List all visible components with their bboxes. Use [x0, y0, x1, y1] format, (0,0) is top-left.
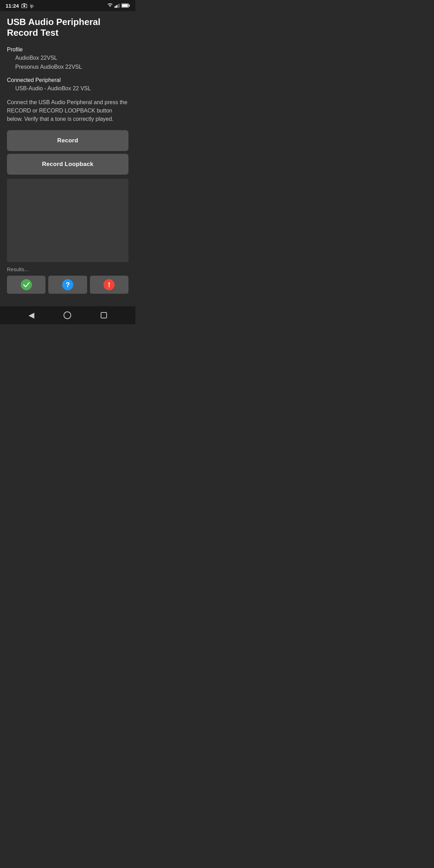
- svg-rect-6: [119, 3, 120, 8]
- svg-rect-8: [122, 4, 128, 7]
- svg-rect-2: [24, 3, 25, 4]
- output-area: [7, 179, 128, 262]
- unknown-button[interactable]: ?: [48, 276, 87, 294]
- fail-symbol: !: [108, 281, 110, 289]
- pass-icon: [21, 279, 32, 290]
- signal-icon: [115, 3, 120, 8]
- svg-point-10: [64, 312, 71, 319]
- status-time: 11:24: [6, 3, 19, 9]
- connected-section: Connected Peripheral USB-Audio - AudioBo…: [7, 77, 128, 93]
- battery-icon: [122, 3, 130, 8]
- fail-button[interactable]: !: [90, 276, 128, 294]
- svg-rect-9: [129, 5, 130, 6]
- ip-label: ip: [30, 3, 33, 8]
- svg-rect-4: [116, 5, 117, 8]
- pass-button[interactable]: [7, 276, 45, 294]
- back-icon: ◀: [28, 311, 34, 320]
- result-buttons: ? !: [7, 276, 128, 294]
- svg-rect-11: [101, 312, 107, 318]
- status-right: [107, 3, 130, 8]
- profile-value-2: Presonus AudioBox 22VSL: [7, 62, 128, 72]
- status-bar: 11:24 ip: [0, 0, 135, 11]
- profile-label: Profile: [7, 47, 128, 53]
- back-button[interactable]: ◀: [28, 311, 34, 320]
- home-icon: [63, 311, 72, 319]
- profile-section: Profile AudioBox 22VSL Presonus AudioBox…: [7, 47, 128, 71]
- profile-value-1: AudioBox 22VSL: [7, 53, 128, 62]
- svg-rect-3: [115, 6, 116, 8]
- recents-icon: [100, 312, 107, 319]
- photo-icon: [22, 3, 27, 8]
- connected-value: USB-Audio - AudioBox 22 VSL: [7, 84, 128, 93]
- unknown-symbol: ?: [66, 281, 70, 289]
- unknown-icon: ?: [62, 279, 73, 290]
- wifi-icon: [107, 3, 113, 8]
- main-content: USB Audio Peripheral Record Test Profile…: [0, 11, 135, 306]
- recents-button[interactable]: [100, 312, 107, 319]
- fail-icon: !: [103, 279, 115, 290]
- page-title: USB Audio Peripheral Record Test: [7, 17, 128, 38]
- svg-rect-5: [117, 5, 118, 8]
- connected-label: Connected Peripheral: [7, 77, 128, 83]
- nav-bar: ◀: [0, 306, 135, 324]
- home-button[interactable]: [63, 311, 72, 319]
- record-button[interactable]: Record: [7, 130, 128, 151]
- description-text: Connect the USB Audio Peripheral and pre…: [7, 98, 128, 123]
- results-label: Results...: [7, 266, 128, 272]
- status-left: 11:24 ip: [6, 3, 34, 9]
- record-loopback-button[interactable]: Record Loopback: [7, 154, 128, 175]
- svg-point-1: [24, 5, 25, 7]
